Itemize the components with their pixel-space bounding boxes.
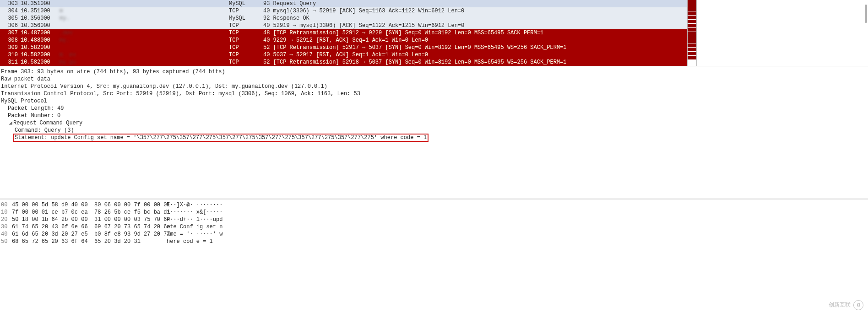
col-protocol: TCP: [229, 7, 263, 15]
detail-statement[interactable]: Statement: update Config set name = '\35…: [1, 134, 867, 141]
col-no: 307: [0, 29, 21, 37]
hex-bytes: 61 74 65 20 43 6f 6e 66 69 67 20 73 65 7…: [12, 223, 167, 231]
detail-raw[interactable]: Raw packet data: [1, 75, 867, 83]
col-protocol: TCP: [229, 22, 263, 29]
col-no: 308: [0, 37, 21, 44]
packet-row[interactable]: 31010.582000m evTCP40 5037 → 52917 [RST,…: [0, 51, 687, 59]
hex-row[interactable]: 2050 18 00 1b 64 2b 00 00 31 00 00 00 03…: [1, 216, 867, 223]
col-source: my.: [60, 15, 229, 22]
col-protocol: TCP: [229, 29, 263, 37]
detail-packet-length[interactable]: Packet Length: 49: [1, 105, 867, 112]
col-protocol: TCP: [229, 44, 263, 51]
packet-row[interactable]: 30610.356000 TCP40 52919 → mysql(3306) […: [0, 22, 687, 29]
col-info: 93 Request Query: [263, 0, 687, 7]
col-time: 10.356000: [21, 15, 60, 22]
col-no: 303: [0, 0, 21, 7]
col-time: 10.582000: [21, 44, 60, 51]
col-source: .dev: [60, 29, 229, 37]
col-time: 10.356000: [21, 22, 60, 29]
col-no: 306: [0, 22, 21, 29]
col-info: 92 Response OK: [263, 15, 687, 22]
packet-rows: 30310.351000 MySQL93 Request Query30410.…: [0, 0, 687, 66]
logo-icon: α: [853, 300, 863, 310]
detail-tcp[interactable]: Transmission Control Protocol, Src Port:…: [1, 90, 867, 97]
hex-offset: 10: [1, 209, 12, 216]
packet-row[interactable]: 30710.487000.devTCP48 [TCP Retransmissio…: [0, 29, 687, 37]
col-protocol: TCP: [229, 51, 263, 59]
hex-offset: 30: [1, 223, 12, 231]
col-source: m ev: [60, 51, 229, 59]
detail-request-cmd[interactable]: ◢Request Command Query: [1, 119, 867, 127]
col-no: 311: [0, 59, 21, 66]
col-time: 10.582000: [21, 51, 60, 59]
hex-offset: 20: [1, 216, 12, 223]
col-time: 10.351000: [21, 0, 60, 7]
packet-row[interactable]: 31110.582000my.guTCP52 [TCP Retransmissi…: [0, 59, 687, 66]
scrollbar-overview[interactable]: [687, 0, 868, 66]
hex-ascii: ate Conf ig set n: [167, 223, 867, 231]
hex-row[interactable]: 0045 00 00 5d 58 d9 40 00 80 06 00 00 7f…: [1, 201, 867, 209]
col-info: 40 5037 → 52917 [RST, ACK] Seq=1 Ack=1 W…: [263, 51, 687, 59]
col-info: 40 mysql(3306) → 52919 [ACK] Seq=1163 Ac…: [263, 7, 687, 15]
col-protocol: TCP: [229, 37, 263, 44]
col-no: 309: [0, 44, 21, 51]
watermark: 创新互联 α: [829, 300, 863, 310]
col-info: 52 [TCP Retransmission] 52917 → 5037 [SY…: [263, 44, 687, 51]
col-protocol: MySQL: [229, 15, 263, 22]
scroll-handle[interactable]: [865, 5, 867, 23]
hex-bytes: 7f 00 00 01 ce b7 0c ea 78 26 5b ce f5 b…: [12, 209, 167, 216]
col-time: 10.487000: [21, 29, 60, 37]
packet-row[interactable]: 30810.488000my.TCP40 9229 → 52912 [RST, …: [0, 37, 687, 44]
hex-bytes: 68 65 72 65 20 63 6f 64 65 20 3d 20 31: [12, 238, 167, 245]
col-source: m: [60, 7, 229, 15]
col-source: [60, 22, 229, 29]
col-no: 310: [0, 51, 21, 59]
packet-list-pane: 30310.351000 MySQL93 Request Query30410.…: [0, 0, 868, 66]
hex-ascii: P···d+·· 1····upd: [167, 216, 867, 223]
tree-expand-icon[interactable]: ◢: [8, 119, 13, 127]
hex-ascii: ········ x&[·····: [167, 209, 867, 216]
hex-offset: 00: [1, 201, 12, 209]
hex-offset: 40: [1, 231, 12, 238]
col-info: 40 52919 → mysql(3306) [ACK] Seq=1122 Ac…: [263, 22, 687, 29]
hex-row[interactable]: 4061 6d 65 20 3d 20 27 e5 b0 8f e8 93 9d…: [1, 231, 867, 238]
col-source: [60, 44, 229, 51]
detail-frame[interactable]: Frame 303: 93 bytes on wire (744 bits), …: [1, 68, 867, 75]
hex-bytes: 45 00 00 5d 58 d9 40 00 80 06 00 00 7f 0…: [12, 201, 167, 209]
col-time: 10.351000: [21, 7, 60, 15]
hex-offset: 50: [1, 238, 12, 245]
packet-row[interactable]: 30410.351000m TCP40 mysql(3306) → 52919 …: [0, 7, 687, 15]
col-info: 40 9229 → 52912 [RST, ACK] Seq=1 Ack=1 W…: [263, 37, 687, 44]
col-source: my.gu: [60, 59, 229, 66]
col-source: [60, 0, 229, 7]
hex-dump-pane[interactable]: 0045 00 00 5d 58 d9 40 00 80 06 00 00 7f…: [0, 199, 868, 247]
packet-row[interactable]: 30310.351000 MySQL93 Request Query: [0, 0, 687, 7]
detail-packet-number[interactable]: Packet Number: 0: [1, 112, 867, 119]
detail-command[interactable]: Command: Query (3): [1, 127, 867, 134]
detail-ip[interactable]: Internet Protocol Version 4, Src: my.gua…: [1, 83, 867, 90]
packet-details-pane[interactable]: Frame 303: 93 bytes on wire (744 bits), …: [0, 66, 868, 199]
detail-mysql[interactable]: MySQL Protocol: [1, 97, 867, 105]
packet-row[interactable]: 30510.356000my.MySQL92 Response OK: [0, 15, 687, 22]
hex-row[interactable]: 5068 65 72 65 20 63 6f 64 65 20 3d 20 31…: [1, 238, 867, 245]
hex-row[interactable]: 3061 74 65 20 43 6f 6e 66 69 67 20 73 65…: [1, 223, 867, 231]
col-source: my.: [60, 37, 229, 44]
col-time: 10.582000: [21, 59, 60, 66]
col-info: 48 [TCP Retransmission] 52912 → 9229 [SY…: [263, 29, 687, 37]
col-no: 305: [0, 15, 21, 22]
hex-bytes: 61 6d 65 20 3d 20 27 e5 b0 8f e8 93 9d 2…: [12, 231, 167, 238]
col-protocol: TCP: [229, 59, 263, 66]
col-time: 10.488000: [21, 37, 60, 44]
col-protocol: MySQL: [229, 0, 263, 7]
packet-row[interactable]: 30910.582000 TCP52 [TCP Retransmission] …: [0, 44, 687, 51]
hex-bytes: 50 18 00 1b 64 2b 00 00 31 00 00 00 03 7…: [12, 216, 167, 223]
hex-ascii: ame = '· ·····' w: [167, 231, 867, 238]
hex-ascii: here cod e = 1: [167, 238, 867, 245]
hex-row[interactable]: 107f 00 00 01 ce b7 0c ea 78 26 5b ce f5…: [1, 209, 867, 216]
hex-ascii: E··]X·@· ········: [167, 201, 867, 209]
col-info: 52 [TCP Retransmission] 52918 → 5037 [SY…: [263, 59, 687, 66]
col-no: 304: [0, 7, 21, 15]
